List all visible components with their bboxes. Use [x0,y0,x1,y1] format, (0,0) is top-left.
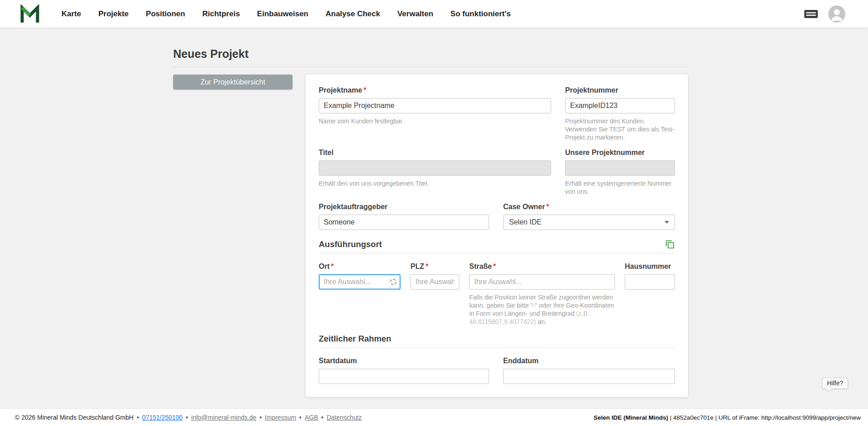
projektnummer-helper: Projektnummer des Kunden. Verwenden Sie … [565,117,675,141]
datenschutz-link[interactable]: Datenschutz [326,414,362,421]
server-icon-glyph [804,9,818,19]
server-icon[interactable] [804,9,818,19]
strasse-helper-main: Falls die Position keiner Straße zugeord… [469,294,614,317]
strasse-input[interactable] [469,274,615,290]
nav-item-einbauweisen[interactable]: Einbauweisen [257,9,308,19]
footer-left: © 2026 Mineral Minds Deutschland GmbH • … [15,414,362,421]
projektauftraggeber-label: Projektauftraggeber [319,203,489,211]
copy-icon[interactable] [665,239,675,249]
row-address: Ort* PLZ* Straße* [319,262,675,326]
ort-input[interactable] [319,274,401,290]
user-avatar[interactable] [828,5,845,23]
help-button[interactable]: Hilfe? [822,378,848,389]
strasse-label-text: Straße [469,262,492,270]
plz-label-text: PLZ [410,262,424,270]
section-zeitlicher-rahmen-header: Zeitlicher Rahmen [319,334,675,344]
impressum-link[interactable]: Impressum [265,414,296,421]
field-projektname: Projektname* Name vom Kunden festlegbar [319,86,551,141]
case-owner-select[interactable]: Selen IDE [503,215,675,230]
ort-label: Ort* [319,262,401,271]
projektname-label-text: Projektname [319,86,362,94]
startdatum-input[interactable] [319,369,489,384]
field-ort: Ort* [319,262,401,326]
projektname-helper: Name vom Kunden festlegbar [319,117,551,125]
separator: • [299,414,302,421]
hausnummer-input[interactable] [625,274,675,290]
field-plz: PLZ* [410,262,459,326]
nav-item-karte[interactable]: Karte [61,9,81,19]
field-enddatum: Enddatum [503,357,675,384]
footer-session-info: Selen IDE (Mineral Minds) | 4852a0ec701e… [594,414,861,421]
field-case-owner: Case Owner* Selen IDE [503,203,675,230]
navbar-actions [804,5,845,23]
row-auftraggeber-caseowner: Projektauftraggeber Case Owner* Selen ID… [319,203,675,230]
row-titel-unsere-projektnummer: Titel Erhält den von uns vorgegebenen Ti… [319,149,675,196]
left-column: Zur Projektübersicht [173,75,292,89]
help-button-label: Hilfe? [827,379,843,387]
projektauftraggeber-input[interactable] [319,215,489,230]
logo-m-icon [20,5,40,23]
nav-item-projekte[interactable]: Projekte [98,9,128,19]
titel-label: Titel [319,149,551,157]
agb-link[interactable]: AGB [305,414,318,421]
ausfuehrungsort-heading: Ausführungsort [319,239,382,249]
required-marker: * [363,86,366,94]
section-ausfuehrungsort-header: Ausführungsort [319,239,675,249]
required-marker: * [493,262,496,270]
plz-label: PLZ* [410,262,459,271]
nav-item-verwalten[interactable]: Verwalten [397,9,433,19]
ort-label-text: Ort [319,262,330,270]
phone-link[interactable]: 07151/250100 [142,414,183,421]
required-marker: * [546,203,549,211]
unsere-projektnummer-label: Unsere Projektnummer [565,149,675,157]
ort-input-wrap [319,274,401,290]
field-unsere-projektnummer: Unsere Projektnummer Erhält eine systemg… [565,149,675,196]
session-user: Selen IDE (Mineral Minds) [594,414,668,421]
projektnummer-input[interactable] [565,98,675,113]
zeitlicher-rahmen-heading: Zeitlicher Rahmen [319,334,391,344]
chevron-down-icon [665,221,669,224]
loading-spinner-icon [390,279,396,285]
email-link[interactable]: info@mineral-minds.de [191,414,256,421]
footer: © 2026 Mineral Minds Deutschland GmbH • … [0,408,868,426]
strasse-label: Straße* [469,262,615,271]
title-divider [173,67,688,67]
copyright-text: © 2026 Mineral Minds Deutschland GmbH [15,414,133,421]
required-marker: * [425,262,428,270]
person-icon [828,5,845,23]
mineral-minds-logo[interactable] [20,5,40,23]
projektname-label: Projektname* [319,86,551,94]
nav-item-analyse-check[interactable]: Analyse Check [326,9,380,19]
strasse-helper-suffix: an. [536,318,547,325]
field-projektnummer: Projektnummer Projektnummer des Kunden. … [565,86,675,141]
hausnummer-label: Hausnummer [625,262,675,271]
ausfuehrungsort-divider [319,253,675,253]
plz-input[interactable] [410,274,459,290]
field-projektauftraggeber: Projektauftraggeber [319,203,489,230]
page-title: Neues Projekt [173,47,688,61]
strasse-helper: Falls die Position keiner Straße zugeord… [469,293,615,326]
projektnummer-label: Projektnummer [565,86,675,94]
field-startdatum: Startdatum [319,357,489,384]
titel-helper: Erhält den von uns vorgegebenen Titel. [319,179,551,187]
projektname-input[interactable] [319,98,551,113]
nav-item-positionen[interactable]: Positionen [146,9,185,19]
main-content: Neues Projekt Zur Projektübersicht Proje… [0,47,688,397]
enddatum-label: Enddatum [503,357,675,365]
unsere-projektnummer-input [565,160,675,176]
nav-item-so-funktionierts[interactable]: So funktioniert's [450,9,510,19]
separator: • [186,414,188,421]
copy-icon-glyph [665,239,675,249]
case-owner-label: Case Owner* [503,203,675,211]
row-dates: Startdatum Enddatum [319,357,675,384]
back-to-projects-button[interactable]: Zur Projektübersicht [173,75,292,89]
field-titel: Titel Erhält den von uns vorgegebenen Ti… [319,149,551,196]
separator: • [137,414,139,421]
content-row: Zur Projektübersicht Projektname* Name v… [173,75,688,397]
nav-item-richtpreis[interactable]: Richtpreis [202,9,240,19]
project-form-card: Projektname* Name vom Kunden festlegbar … [306,75,688,397]
enddatum-input[interactable] [503,369,675,384]
case-owner-selected-value: Selen IDE [509,218,542,226]
row-projektname-projektnummer: Projektname* Name vom Kunden festlegbar … [319,86,675,141]
startdatum-label: Startdatum [319,357,489,365]
